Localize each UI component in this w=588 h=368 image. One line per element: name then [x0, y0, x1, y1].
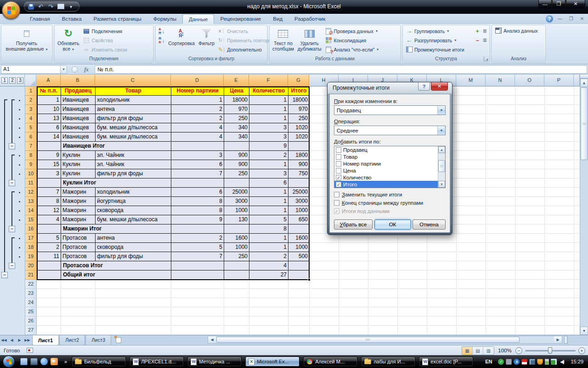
cell-F20[interactable]: 4	[249, 261, 288, 270]
clear-filter-button[interactable]: Очистить	[217, 27, 275, 35]
checkbox-option-0[interactable]	[334, 192, 339, 197]
cell-G7[interactable]	[288, 142, 310, 151]
cell-D14[interactable]: 8	[171, 206, 224, 215]
help-icon[interactable]: ?	[546, 15, 553, 23]
cell-x26[interactable]	[574, 316, 580, 326]
cell-K19[interactable]	[398, 252, 427, 261]
cell-B15[interactable]: Мажорин	[61, 215, 96, 224]
cell-A3[interactable]: 10	[37, 105, 61, 114]
sort-button[interactable]: АЯ↕ Сортировка	[167, 27, 196, 55]
dialog-close-icon[interactable]: ✕	[431, 82, 448, 91]
cell-P4[interactable]	[545, 114, 574, 123]
cell-C13[interactable]: йогуртница	[96, 197, 171, 206]
cell-M3[interactable]	[457, 105, 486, 114]
row-header-16[interactable]: 16	[25, 224, 37, 234]
row-header-11[interactable]: 11	[25, 178, 37, 188]
cell-A11[interactable]	[37, 178, 61, 188]
cell-E4[interactable]: 250	[224, 114, 249, 123]
cell-O26[interactable]	[515, 316, 545, 326]
page-layout-view-icon[interactable]: ▤	[473, 347, 483, 355]
cell-H18[interactable]	[310, 243, 339, 252]
sort-descending-button[interactable]: ЯА↓	[157, 36, 166, 44]
cell-A5[interactable]: 6	[37, 123, 61, 132]
cell-F17[interactable]: 1	[249, 234, 288, 243]
cell-E25[interactable]	[224, 307, 249, 316]
cell-M25[interactable]	[457, 307, 486, 316]
cell-F8[interactable]: 2	[249, 151, 288, 160]
cell-C6[interactable]: бум. мешки д/пылесоса	[96, 132, 171, 142]
cell-x3[interactable]	[574, 105, 580, 114]
cell-D17[interactable]: 2	[171, 234, 224, 243]
cell-M17[interactable]	[457, 234, 486, 243]
cell-M16[interactable]	[457, 224, 486, 234]
cell-P2[interactable]	[545, 96, 574, 105]
cell-P17[interactable]	[545, 234, 574, 243]
cell-O3[interactable]	[515, 105, 545, 114]
cell-H27[interactable]	[310, 326, 339, 335]
select-all-corner[interactable]	[25, 75, 36, 86]
cell-F24[interactable]	[249, 298, 288, 307]
cell-P25[interactable]	[545, 307, 574, 316]
cell-M19[interactable]	[457, 252, 486, 261]
subtotal-field-4[interactable]: ✓Количество	[334, 174, 438, 181]
cell-G19[interactable]: 500	[288, 252, 310, 261]
cell-K17[interactable]	[398, 234, 427, 243]
cell-O24[interactable]	[515, 298, 545, 307]
dialog-help-icon[interactable]: ?	[418, 82, 430, 91]
cell-O27[interactable]	[515, 326, 545, 335]
cell-A24[interactable]	[37, 298, 61, 307]
cell-B22[interactable]	[61, 280, 96, 289]
cell-I23[interactable]	[339, 289, 368, 298]
cell-A4[interactable]: 13	[37, 114, 61, 123]
macro-record-icon[interactable]	[27, 348, 33, 353]
cell-N16[interactable]	[486, 224, 515, 234]
vertical-split-handle[interactable]	[580, 75, 588, 79]
cell-A27[interactable]	[37, 326, 61, 335]
row-header-21[interactable]: 21	[25, 270, 37, 280]
cell-x7[interactable]	[574, 142, 580, 151]
subtotal-field-5[interactable]: ✓Итого	[334, 181, 438, 188]
zoom-out-icon[interactable]: −	[515, 347, 522, 354]
cell-I25[interactable]	[339, 307, 368, 316]
cell-D11[interactable]	[171, 178, 224, 188]
cell-L21[interactable]	[427, 270, 457, 280]
dialog-option-0[interactable]: Заменить текущие итоги	[334, 192, 446, 197]
cell-A12[interactable]: 7	[37, 188, 61, 197]
row-header-12[interactable]: 12	[25, 188, 37, 197]
cell-O8[interactable]	[515, 151, 545, 160]
cell-M2[interactable]	[457, 96, 486, 105]
cell-N21[interactable]	[486, 270, 515, 280]
cell-P15[interactable]	[545, 215, 574, 224]
cell-B20[interactable]: Протасов Итог	[61, 261, 171, 270]
cell-B18[interactable]: Протасов	[61, 243, 96, 252]
column-header-P[interactable]: P	[544, 75, 574, 86]
cell-N24[interactable]	[486, 298, 515, 307]
cell-K27[interactable]	[398, 326, 427, 335]
subtotal-field-2[interactable]: Номер партиии	[334, 160, 438, 167]
cell-C23[interactable]	[96, 289, 171, 298]
cell-G11[interactable]	[288, 178, 310, 188]
cell-C2[interactable]: холодильник	[96, 96, 171, 105]
cell-N5[interactable]	[486, 123, 515, 132]
cell-P21[interactable]	[545, 270, 574, 280]
cell-O7[interactable]	[515, 142, 545, 151]
cell-H24[interactable]	[310, 298, 339, 307]
cell-I18[interactable]	[339, 243, 368, 252]
show-detail-button[interactable]: +≣	[473, 27, 488, 35]
cell-D26[interactable]	[171, 316, 224, 326]
cell-P16[interactable]	[545, 224, 574, 234]
cell-C17[interactable]: антена	[96, 234, 171, 243]
cell-I19[interactable]	[339, 252, 368, 261]
cell-L19[interactable]	[427, 252, 457, 261]
shield-icon[interactable]	[537, 359, 543, 365]
cell-x17[interactable]	[574, 234, 580, 243]
first-sheet-icon[interactable]: ◀◀	[0, 335, 8, 345]
cell-O11[interactable]	[515, 178, 545, 188]
cell-A10[interactable]: 3	[37, 169, 61, 178]
cell-E11[interactable]	[224, 178, 249, 188]
row-header-10[interactable]: 10	[25, 169, 37, 178]
cell-M7[interactable]	[457, 142, 486, 151]
listbox-scrollbar[interactable]: ▲ ▼	[438, 146, 445, 188]
cell-A13[interactable]: 8	[37, 197, 61, 206]
cell-C18[interactable]: сковорода	[96, 243, 171, 252]
